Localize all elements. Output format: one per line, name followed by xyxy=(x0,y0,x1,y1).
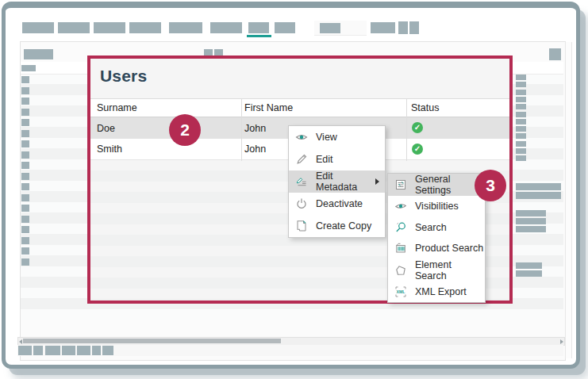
menu-item-label: XML Export xyxy=(415,286,467,297)
pentagon-icon xyxy=(394,264,407,277)
menu-item-label: Product Search xyxy=(415,243,483,254)
menu-bar-item[interactable] xyxy=(371,22,395,33)
scroll-right-arrow-icon[interactable] xyxy=(560,339,563,344)
cell-bar-medium xyxy=(516,226,546,232)
vertical-scrollbar[interactable] xyxy=(565,42,572,358)
column-header-surname[interactable]: Surname xyxy=(97,102,137,113)
menu-item-edit[interactable]: Edit xyxy=(289,148,385,170)
check-circle-icon: ✓ xyxy=(412,144,423,155)
menu-item-label: Create Copy xyxy=(316,220,371,232)
pagination-button[interactable] xyxy=(92,346,101,355)
cell-bar xyxy=(516,75,526,80)
barcode-icon xyxy=(394,242,407,255)
submenu-item-element-search[interactable]: Element Search xyxy=(388,259,485,281)
cell-bar xyxy=(516,155,526,161)
pagination-button[interactable] xyxy=(102,346,113,355)
xml-icon: XML xyxy=(394,285,407,298)
eye-icon xyxy=(295,131,308,144)
pagination-button[interactable] xyxy=(45,346,60,355)
submenu-arrow-icon xyxy=(375,178,379,185)
check-circle-icon: ✓ xyxy=(412,122,423,133)
row-icon xyxy=(21,237,29,244)
menu-bar-item[interactable] xyxy=(58,22,90,33)
cell-bar xyxy=(516,141,526,147)
cell-bar xyxy=(516,126,526,132)
cell-first-name: John xyxy=(244,144,266,155)
pagination-button[interactable] xyxy=(18,346,32,355)
submenu-item-product-search[interactable]: Product Search xyxy=(388,238,485,259)
panel-tab[interactable] xyxy=(24,49,53,59)
cell-bar-medium xyxy=(516,218,546,224)
menu-item-label: Edit xyxy=(316,154,333,165)
step-badge-3: 3 xyxy=(475,170,506,201)
cell-bar xyxy=(516,133,526,139)
row-icon xyxy=(21,183,29,190)
row-icon xyxy=(21,119,29,126)
cell-bar xyxy=(516,82,526,87)
menu-bar-item[interactable] xyxy=(275,22,295,33)
power-icon xyxy=(295,197,308,210)
menu-bar-item[interactable] xyxy=(210,22,242,33)
row-icon xyxy=(21,194,29,201)
step-badge-2: 2 xyxy=(169,114,201,146)
application-window: Users Surname First Name Status Doe John… xyxy=(0,0,588,379)
active-tab-underline xyxy=(247,35,271,37)
edit-metadata-submenu: General Settings Visibilities Search Pro… xyxy=(387,173,486,303)
cell-bar-wide xyxy=(516,192,561,199)
submenu-item-search[interactable]: Search xyxy=(388,217,485,239)
cell-bar-short xyxy=(516,262,542,269)
menu-item-label: Visibilities xyxy=(415,201,459,212)
toolbar-icon-button[interactable] xyxy=(409,21,419,34)
row-icon xyxy=(21,151,29,159)
submenu-item-general-settings[interactable]: General Settings xyxy=(388,174,485,196)
toolbar-icon-button[interactable] xyxy=(398,21,408,34)
pencil-icon xyxy=(295,153,308,166)
pagination-button[interactable] xyxy=(77,346,90,355)
row-icon xyxy=(21,226,29,233)
column-header-first-name[interactable]: First Name xyxy=(244,102,293,113)
filter-cell-bar xyxy=(21,65,36,71)
cell-bar xyxy=(516,112,526,117)
cell-bar xyxy=(516,97,526,102)
menu-item-edit-metadata[interactable]: Edit Metadata xyxy=(289,170,385,193)
row-icon xyxy=(21,205,29,212)
cell-bar xyxy=(516,119,526,124)
row-icon xyxy=(21,173,29,180)
row-icon xyxy=(21,76,29,83)
cell-surname: Smith xyxy=(97,144,122,155)
panel-options-button[interactable] xyxy=(549,48,561,60)
scroll-left-arrow-icon[interactable] xyxy=(19,339,22,344)
row-icon xyxy=(21,98,29,105)
pagination-button[interactable] xyxy=(62,346,75,355)
menu-item-view[interactable]: View xyxy=(289,126,385,148)
row-icon xyxy=(21,87,29,94)
pagination-button[interactable] xyxy=(33,346,43,355)
submenu-item-visibilities[interactable]: Visibilities xyxy=(388,196,485,217)
menu-item-create-copy[interactable]: Create Copy xyxy=(289,215,385,237)
menu-item-label: View xyxy=(316,132,337,143)
menu-item-label: Element Search xyxy=(415,259,485,281)
eye-icon xyxy=(394,200,407,212)
cell-first-name: John xyxy=(244,123,266,134)
menu-bar-item[interactable] xyxy=(129,22,161,33)
menu-item-label: Search xyxy=(415,222,447,233)
row-icon xyxy=(21,130,29,137)
context-menu: View Edit Edit Metadata Deactivate xyxy=(288,125,386,238)
column-divider xyxy=(241,98,242,161)
menu-bar-item[interactable] xyxy=(169,22,202,33)
submenu-item-xml-export[interactable]: XML XML Export xyxy=(388,281,485,303)
menu-item-label: Edit Metadata xyxy=(316,170,367,193)
cell-surname: Doe xyxy=(97,123,115,134)
cell-bar xyxy=(516,90,526,95)
menu-bar-item[interactable] xyxy=(94,22,125,33)
scrollbar-thumb[interactable] xyxy=(23,339,281,343)
menu-item-deactivate[interactable]: Deactivate xyxy=(289,193,385,215)
row-icon xyxy=(21,140,29,147)
cell-bar-short xyxy=(516,270,542,277)
menu-bar-item[interactable] xyxy=(22,22,54,33)
menu-bar-item-active[interactable] xyxy=(248,22,269,33)
row-icon xyxy=(21,162,29,169)
svg-text:XML: XML xyxy=(397,289,406,294)
column-header-status[interactable]: Status xyxy=(411,102,439,113)
edit-metadata-icon xyxy=(295,175,308,188)
